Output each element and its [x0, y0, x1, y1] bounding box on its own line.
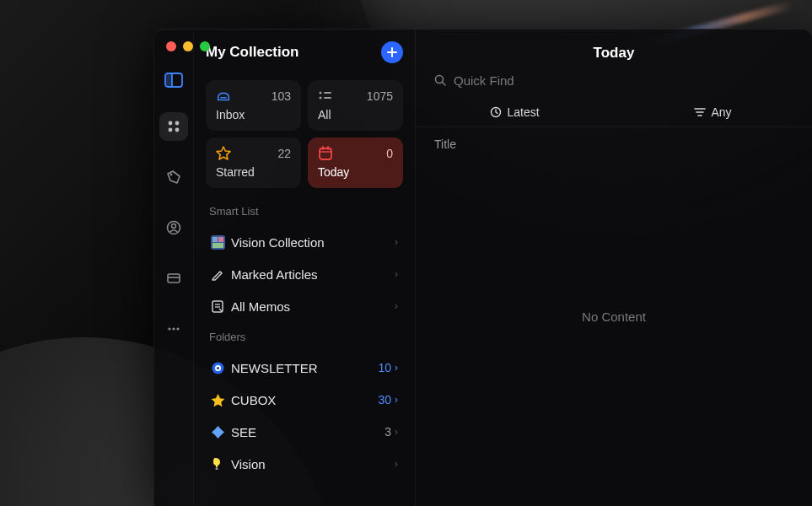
- rail-tags-button[interactable]: [159, 163, 188, 191]
- chevron-right-icon: ›: [395, 426, 398, 438]
- rail-more-button[interactable]: [159, 315, 188, 343]
- svg-rect-21: [320, 148, 331, 159]
- main-content: Today Latest Any Title No Content: [416, 30, 812, 506]
- rail-profile-button[interactable]: [159, 213, 188, 242]
- filter-sort-label: Latest: [507, 105, 539, 119]
- calendar-icon: [318, 146, 333, 161]
- svg-rect-10: [168, 274, 180, 283]
- smart-list-label: Marked Articles: [231, 267, 395, 282]
- more-icon: [166, 321, 181, 336]
- folder-count: 3: [384, 425, 391, 439]
- vision-collection-icon: [211, 234, 231, 250]
- folder-count: 30: [378, 393, 391, 406]
- tile-starred[interactable]: 22 Starred: [206, 137, 301, 188]
- chevron-right-icon: ›: [395, 458, 398, 470]
- tile-all[interactable]: 1075 All: [308, 80, 403, 131]
- clock-icon: [490, 106, 502, 118]
- search-input[interactable]: [454, 73, 793, 88]
- smart-list-item[interactable]: All Memos ›: [206, 290, 403, 322]
- chevron-right-icon: ›: [395, 394, 398, 406]
- rail-archive-button[interactable]: [159, 264, 188, 293]
- tile-label: Starred: [216, 165, 291, 179]
- svg-point-5: [169, 128, 173, 132]
- svg-rect-26: [212, 237, 218, 242]
- filter-type-label: Any: [711, 105, 731, 119]
- search-icon: [434, 74, 447, 87]
- svg-point-3: [169, 121, 173, 126]
- svg-rect-18: [324, 92, 331, 94]
- star-icon: [216, 146, 231, 161]
- tile-today[interactable]: 0 Today: [308, 137, 403, 188]
- plus-icon: [386, 46, 398, 58]
- app-window: My Collection 103 Inbox 1075: [153, 29, 812, 506]
- highlighter-icon: [211, 266, 231, 283]
- newsletter-folder-icon: [211, 359, 231, 376]
- svg-rect-35: [216, 467, 218, 470]
- filter-type[interactable]: Any: [614, 98, 812, 126]
- folder-item[interactable]: NEWSLETTER 10 ›: [206, 352, 403, 384]
- panel-title: My Collection: [206, 44, 299, 61]
- folder-item[interactable]: CUBOX 30 ›: [206, 384, 403, 416]
- sidebar-panel: My Collection 103 Inbox 1075: [194, 30, 415, 506]
- svg-rect-27: [218, 237, 223, 242]
- folder-count: 10: [378, 361, 391, 374]
- tile-label: All: [318, 108, 393, 121]
- chevron-right-icon: ›: [395, 236, 398, 248]
- folder-item[interactable]: Vision ›: [206, 448, 403, 480]
- main-title: Today: [416, 30, 812, 73]
- tile-inbox[interactable]: 103 Inbox: [206, 80, 301, 131]
- chevron-right-icon: ›: [395, 300, 398, 312]
- svg-rect-28: [212, 243, 223, 248]
- svg-point-9: [172, 224, 176, 229]
- search-bar[interactable]: [416, 73, 812, 88]
- filter-bar: Latest Any: [416, 98, 812, 127]
- minimize-button[interactable]: [183, 41, 193, 51]
- chevron-right-icon: ›: [395, 268, 398, 280]
- grid-icon: [166, 119, 181, 134]
- add-button[interactable]: [381, 41, 403, 63]
- svg-line-37: [443, 83, 446, 86]
- person-icon: [166, 220, 181, 235]
- chevron-right-icon: ›: [395, 362, 398, 374]
- tile-count: 103: [272, 89, 291, 103]
- smart-list-item[interactable]: Vision Collection ›: [206, 226, 403, 258]
- folder-item[interactable]: SEE 3 ›: [206, 416, 403, 448]
- maximize-button[interactable]: [200, 41, 210, 51]
- sidebar: My Collection 103 Inbox 1075: [154, 30, 416, 506]
- tag-icon: [166, 170, 181, 185]
- tile-label: Inbox: [216, 108, 291, 121]
- list-icon: [318, 89, 333, 104]
- close-button[interactable]: [166, 41, 176, 51]
- tile-label: Today: [318, 165, 393, 179]
- empty-state: No Content: [416, 161, 812, 506]
- memo-icon: [211, 298, 231, 315]
- svg-point-4: [175, 121, 180, 126]
- sidebar-toggle-button[interactable]: [161, 70, 186, 90]
- smart-list-section-label: Smart List: [209, 205, 400, 218]
- sidebar-icon: [164, 73, 183, 88]
- svg-point-13: [172, 327, 175, 330]
- filter-icon: [694, 107, 706, 117]
- inbox-icon: [216, 89, 231, 104]
- folder-label: NEWSLETTER: [231, 361, 378, 375]
- filter-sort[interactable]: Latest: [416, 98, 614, 126]
- svg-point-12: [168, 327, 170, 330]
- rail-collection-button[interactable]: [159, 112, 188, 141]
- svg-point-6: [175, 128, 180, 132]
- tile-count: 0: [386, 147, 393, 160]
- cubox-folder-icon: [211, 391, 231, 408]
- column-title: Title: [416, 127, 812, 161]
- svg-point-14: [176, 327, 179, 330]
- smart-list-item[interactable]: Marked Articles ›: [206, 258, 403, 290]
- smart-list-label: Vision Collection: [231, 235, 395, 250]
- collection-tiles: 103 Inbox 1075 All 22 Starred: [206, 80, 403, 188]
- svg-rect-1: [165, 73, 172, 87]
- svg-point-19: [320, 97, 322, 100]
- svg-rect-20: [324, 97, 331, 99]
- svg-point-17: [320, 92, 322, 94]
- smart-list-label: All Memos: [231, 299, 395, 314]
- window-controls: [166, 41, 210, 51]
- folder-label: SEE: [231, 425, 384, 439]
- vision-folder-icon: [211, 455, 231, 472]
- card-icon: [166, 271, 181, 286]
